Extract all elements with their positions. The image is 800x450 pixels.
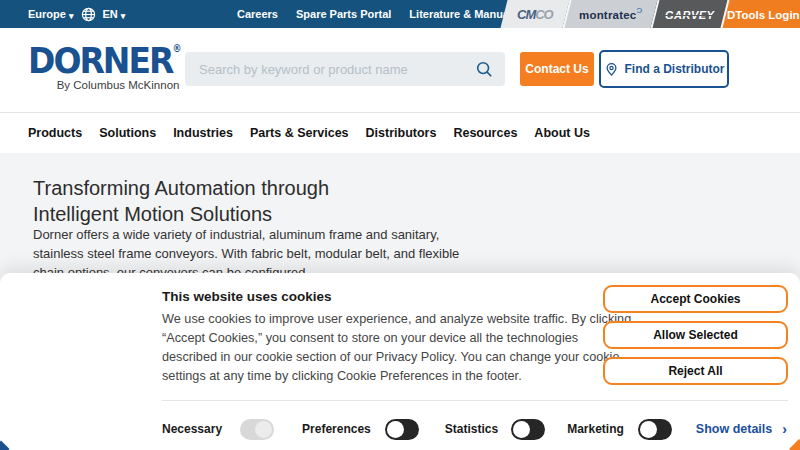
brand-logo-montratec[interactable]: montratecƆ — [563, 0, 658, 28]
cookie-description: We use cookies to improve user experienc… — [162, 310, 634, 386]
dtools-login-button[interactable]: DTools Login — [721, 0, 800, 28]
toggle-label-necessary: Necessary — [162, 422, 222, 436]
toggle-label-statistics: Statistics — [445, 422, 498, 436]
cookie-consent-banner: This website uses cookies We use cookies… — [0, 273, 800, 450]
divider — [162, 400, 788, 401]
cookie-title: This website uses cookies — [162, 289, 332, 304]
accept-cookies-button[interactable]: Accept Cookies — [603, 285, 788, 313]
chat-widget-corner-right — [789, 439, 800, 450]
nav-item-about-us[interactable]: About Us — [534, 126, 590, 140]
search-input[interactable] — [199, 62, 473, 77]
cookie-button-group: Accept Cookies Allow Selected Reject All — [603, 285, 788, 385]
topbar-link-careers[interactable]: Careers — [237, 8, 278, 20]
page: Europe ▾ EN ▾ Careers Spare Parts Portal… — [0, 0, 800, 450]
chevron-down-icon: ▾ — [121, 11, 126, 21]
language-label: EN — [103, 8, 118, 20]
statistics-toggle[interactable] — [511, 419, 545, 440]
main-header: DORNER® By Columbus McKinnon Contact Us … — [0, 28, 800, 112]
region-selector[interactable]: Europe ▾ — [28, 8, 74, 20]
search-icon[interactable] — [473, 58, 495, 80]
nav-item-industries[interactable]: Industries — [173, 126, 233, 140]
nav-item-resources[interactable]: Resources — [453, 126, 517, 140]
cookie-preferences-row: Necessary Preferences Statistics Marketi… — [162, 414, 788, 444]
find-distributor-button[interactable]: Find a Distributor — [599, 50, 729, 88]
contact-us-button[interactable]: Contact Us — [520, 52, 594, 86]
toggle-label-marketing: Marketing — [567, 422, 624, 436]
dorner-logo[interactable]: DORNER® By Columbus McKinnon — [28, 44, 181, 91]
top-utility-bar: Europe ▾ EN ▾ Careers Spare Parts Portal… — [0, 0, 800, 28]
brand-logo-garvey[interactable]: GARVEY — [651, 0, 728, 28]
chat-widget-corner-left — [0, 441, 9, 450]
nav-item-products[interactable]: Products — [28, 126, 82, 140]
chevron-right-icon: › — [782, 422, 787, 436]
reject-all-button[interactable]: Reject All — [603, 357, 788, 385]
brand-strip: CMCO montratecƆ GARVEY DTools Login — [501, 0, 800, 28]
find-distributor-label: Find a Distributor — [625, 62, 725, 76]
location-pin-icon — [604, 62, 619, 77]
hero-heading: Transforming Automation through Intellig… — [33, 175, 403, 227]
search-bar — [185, 52, 505, 86]
main-nav: Products Solutions Industries Parts & Se… — [0, 112, 800, 153]
allow-selected-button[interactable]: Allow Selected — [603, 321, 788, 349]
logo-text: DORNER — [28, 39, 172, 81]
nav-item-distributors[interactable]: Distributors — [366, 126, 437, 140]
nav-item-solutions[interactable]: Solutions — [99, 126, 156, 140]
registered-mark: ® — [172, 44, 181, 55]
nav-item-parts-services[interactable]: Parts & Services — [250, 126, 349, 140]
show-details-link[interactable]: Show details › — [696, 422, 787, 436]
necessary-toggle — [240, 419, 274, 440]
topbar-link-spare-parts-portal[interactable]: Spare Parts Portal — [296, 8, 391, 20]
language-selector[interactable]: EN ▾ — [103, 8, 126, 20]
chevron-down-icon: ▾ — [69, 11, 74, 21]
region-label: Europe — [28, 8, 66, 20]
marketing-toggle[interactable] — [638, 419, 672, 440]
toggle-label-preferences: Preferences — [302, 422, 371, 436]
show-details-label: Show details — [696, 422, 772, 436]
brand-logo-cmco[interactable]: CMCO — [501, 0, 570, 28]
preferences-toggle[interactable] — [385, 419, 419, 440]
globe-icon — [81, 7, 96, 22]
